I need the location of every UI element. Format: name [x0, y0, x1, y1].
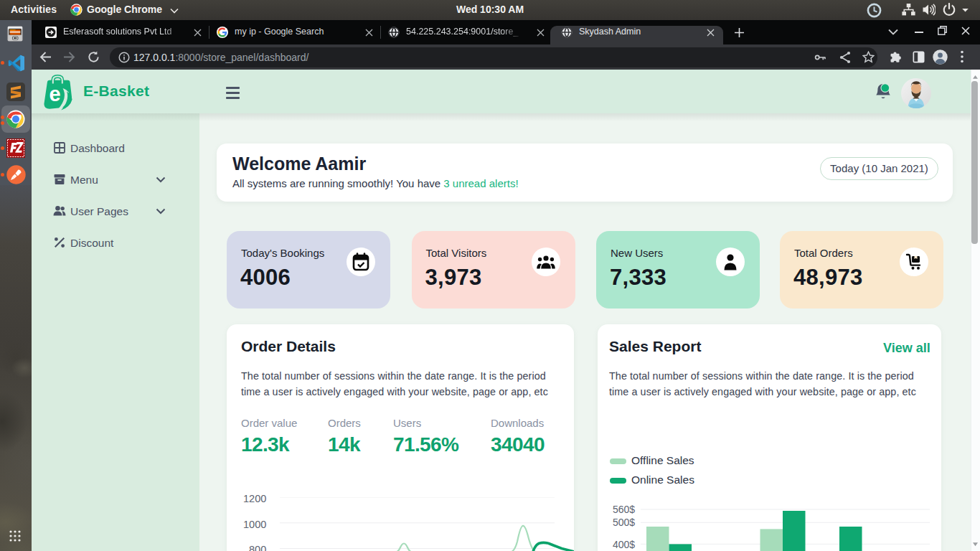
svg-text:e: e: [50, 83, 61, 105]
